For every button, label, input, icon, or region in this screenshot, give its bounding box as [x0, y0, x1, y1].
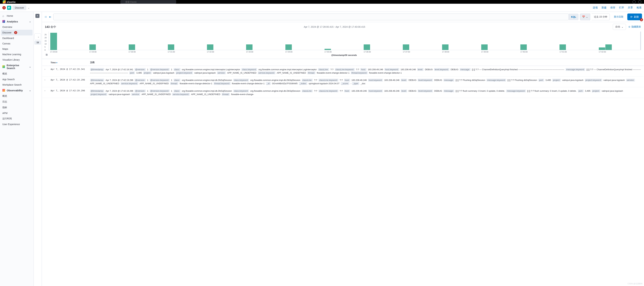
sidebar-item-运行时间[interactable]: 运行时间 — [0, 116, 34, 122]
chart-bar[interactable] — [129, 44, 135, 50]
documents-table: Time ▾ 文档 ›Apr 7, 2024 @ 17:42:19.341@ti… — [42, 59, 644, 98]
chevron-down-icon: ⌄ — [586, 16, 588, 18]
annotation-badge-1: 1 — [2, 6, 6, 10]
index-pattern-select[interactable] — [34, 34, 41, 40]
table-header-row: Time ▾ 文档 — [42, 59, 644, 66]
sidebar-item-指标[interactable]: 指标 — [0, 105, 34, 110]
sidebar-item-apm[interactable]: APM — [0, 110, 34, 116]
hits-count: 143 命中 — [45, 25, 56, 29]
chart-bar[interactable] — [364, 44, 370, 50]
chart-bar[interactable] — [442, 44, 448, 50]
chart-bar[interactable] — [286, 44, 292, 50]
chart-bar[interactable] — [90, 44, 96, 50]
chart-bar[interactable] — [605, 44, 612, 50]
chart-bar[interactable] — [520, 44, 527, 50]
chart-bar[interactable] — [324, 49, 331, 50]
search-input[interactable] — [120, 0, 176, 4]
y-tick: 20 — [44, 37, 46, 39]
sidebar-item-user-experience[interactable]: User Experience — [0, 122, 34, 127]
field-stats-icon[interactable]: ⁝⁝⁝ — [44, 15, 48, 19]
action-打开[interactable]: 打开 — [619, 6, 624, 9]
close-icon[interactable] — [36, 14, 40, 18]
x-tick: 17:37:00 — [403, 51, 442, 53]
chart-bar[interactable] — [50, 33, 57, 50]
annotation-badge-3: 3 — [640, 18, 643, 21]
x-tick: 17:29:00 — [89, 51, 128, 53]
refresh-button[interactable]: 刷新 3 — [627, 14, 642, 20]
space-avatar[interactable]: 默 — [7, 6, 11, 10]
x-tick: 17:31:00 — [168, 51, 207, 53]
sidebar-item-workplace-search[interactable]: Workplace Search — [0, 82, 34, 88]
expand-icon[interactable]: › — [44, 79, 45, 81]
brand-text: elastic — [7, 1, 16, 3]
sidebar-item-home[interactable]: Home — [0, 13, 34, 19]
query-bar: ⁝⁝⁝ ⇤ KQL 📅 ⌄ 过去 15 分钟 显示日期 刷新 3 — [42, 12, 644, 22]
section-head-observability[interactable]: Observability⌄ — [0, 88, 34, 93]
chart-plot-area[interactable]: 0510152025 — [48, 32, 640, 50]
sidebar-item-概览[interactable]: 概览 — [0, 93, 34, 99]
sidebar-item-日志[interactable]: 日志 — [0, 99, 34, 105]
user-avatar-icon[interactable] — [638, 0, 641, 3]
x-tick: 17:33:00 — [246, 51, 285, 53]
col-time[interactable]: Time ▾ — [48, 59, 87, 66]
sidebar-item-maps[interactable]: Maps — [0, 46, 34, 52]
chart-bar[interactable] — [246, 44, 252, 50]
sidebar-item-machine-learning[interactable]: Machine Learning — [0, 52, 34, 57]
section-head-enterprise-search[interactable]: Enterprise Search⌄ — [0, 63, 34, 71]
chart-bar[interactable] — [560, 44, 566, 50]
chart-bar[interactable] — [599, 48, 605, 50]
sidebar-item-canvas[interactable]: Canvas — [0, 41, 34, 46]
col-doc[interactable]: 文档 — [88, 59, 644, 66]
y-tick: 25 — [44, 34, 46, 36]
sidebar-item-visualize-library[interactable]: Visualize Library — [0, 57, 34, 63]
topbar-right-icons — [632, 0, 641, 3]
time-cell: Apr 7, 2024 @ 17:42:19.341 — [48, 66, 87, 77]
calendar-icon: 📅 — [582, 16, 585, 18]
y-tick: 5 — [44, 46, 46, 48]
chart-bar[interactable] — [403, 44, 409, 50]
sidebar-item-discover[interactable]: Discover2 — [1, 30, 32, 36]
global-search[interactable] — [120, 0, 176, 4]
expand-icon[interactable]: › — [44, 68, 45, 70]
chart-bar[interactable] — [168, 44, 174, 50]
datepicker-button[interactable]: 📅 ⌄ — [580, 14, 590, 20]
available-fields-count: 15 — [34, 41, 41, 45]
sidebar-item-app-search[interactable]: App Search — [0, 77, 34, 82]
collapse-arrow-icon[interactable]: ⇤ — [49, 16, 51, 18]
chevron-down-icon[interactable]: ⌄ — [28, 7, 30, 9]
chart-bar[interactable] — [207, 44, 213, 50]
main-content: ⁝⁝⁝ ⇤ KQL 📅 ⌄ 过去 15 分钟 显示日期 刷新 3 143 命中 … — [42, 12, 644, 286]
kql-toggle[interactable]: KQL — [569, 14, 578, 20]
action-检查[interactable]: 检查 — [636, 6, 642, 9]
breadcrumb-current[interactable]: Discover — [12, 6, 26, 10]
action-共享[interactable]: 共享 — [628, 6, 633, 9]
page-actions: 选项新建保存打开共享检查 — [593, 6, 642, 9]
sidebar-item-概览[interactable]: 概览 — [0, 71, 34, 77]
chevron-down-icon: ⌄ — [29, 20, 31, 23]
kql-input[interactable] — [53, 14, 569, 20]
home-label: Home — [7, 15, 13, 17]
action-选项[interactable]: 选项 — [593, 6, 598, 9]
action-保存[interactable]: 保存 — [610, 6, 615, 9]
chevron-down-icon: ⌄ — [29, 89, 31, 92]
annotation-badge-2: 2 — [14, 31, 17, 34]
x-axis-label: @timestamp/30 seconds — [48, 53, 640, 57]
chart-bar[interactable] — [481, 44, 488, 50]
expand-icon[interactable]: › — [44, 89, 45, 92]
hide-chart-link[interactable]: 隐藏图表 — [628, 25, 641, 28]
help-icon[interactable] — [632, 0, 636, 3]
interval-select[interactable]: 自动 ⌄ — [613, 24, 626, 30]
sidebar-item-dashboard[interactable]: Dashboard — [0, 36, 34, 41]
datepicker-range[interactable]: 过去 15 分钟 — [592, 14, 610, 20]
table-row: ›Apr 7, 2024 @ 17:42:19.296@timestamp: A… — [42, 77, 644, 87]
sidebar-item-overview[interactable]: Overview — [0, 24, 34, 30]
action-新建[interactable]: 新建 — [602, 6, 606, 9]
show-dates-link[interactable]: 显示日期 — [611, 15, 626, 19]
chevron-down-icon: ⌄ — [622, 26, 624, 28]
time-cell: Apr 7, 2024 @ 17:42:19.296 — [48, 88, 87, 98]
watermark: CSDN @北漂青年 — [628, 282, 643, 285]
x-tick: 17:39:00 — [481, 51, 520, 53]
side-nav: Home Analytics⌄OverviewDiscover2Dashboar… — [0, 12, 34, 286]
elastic-logo[interactable]: elastic — [3, 0, 16, 3]
section-head-analytics[interactable]: Analytics⌄ — [0, 19, 34, 24]
